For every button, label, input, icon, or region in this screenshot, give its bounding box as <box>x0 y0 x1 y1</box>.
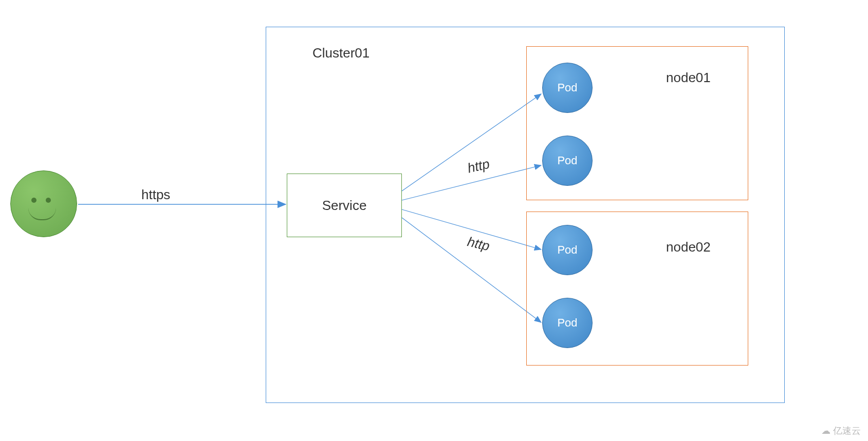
pod-node02-2: Pod <box>542 298 593 348</box>
node-label-node02: node02 <box>666 239 711 255</box>
pod-label: Pod <box>557 243 577 257</box>
pod-label: Pod <box>557 316 577 330</box>
pod-node01-1: Pod <box>542 63 593 113</box>
pod-label: Pod <box>557 154 577 167</box>
watermark-text: 亿速云 <box>833 426 861 436</box>
node-label-node01: node01 <box>666 70 711 86</box>
pod-node01-2: Pod <box>542 136 593 186</box>
pod-label: Pod <box>557 81 577 94</box>
edge-label-https: https <box>141 187 170 203</box>
pod-node02-1: Pod <box>542 225 593 275</box>
user-icon <box>10 170 77 237</box>
user-mouth <box>28 208 56 220</box>
watermark-icon: ☁ <box>821 426 830 436</box>
user-eye-left <box>31 198 36 203</box>
diagram-root: https Cluster01 Service node01 Pod Pod n… <box>0 0 868 441</box>
watermark: ☁ 亿速云 <box>821 425 861 437</box>
service-label: Service <box>322 198 367 214</box>
cluster-label: Cluster01 <box>312 45 370 61</box>
user-eye-right <box>46 198 51 203</box>
service-box: Service <box>287 174 402 237</box>
